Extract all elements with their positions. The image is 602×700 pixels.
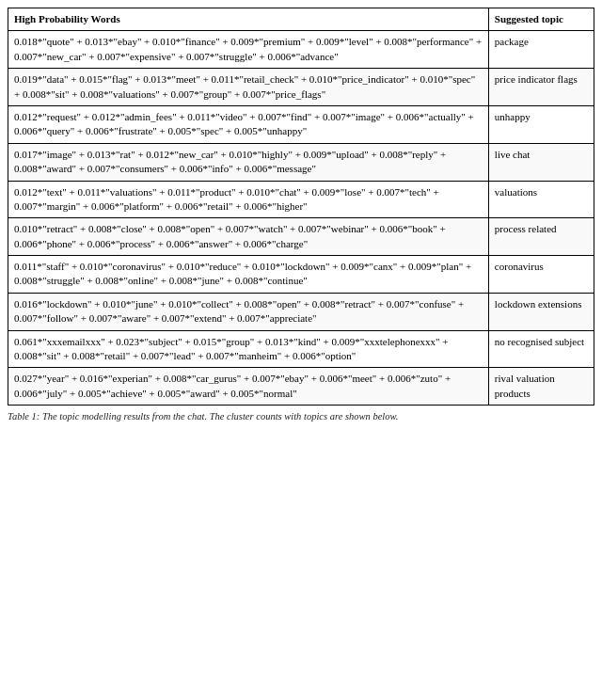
topic-cell: live chat	[488, 143, 594, 181]
words-cell: 0.012*"request" + 0.012*"admin_fees" + 0…	[8, 105, 489, 143]
table-row: 0.017*"image" + 0.013*"rat" + 0.012*"new…	[8, 143, 594, 181]
topic-cell: coronavirus	[488, 256, 594, 294]
table-caption: Table 1: The topic modelling results fro…	[8, 411, 594, 422]
words-cell: 0.011*"staff" + 0.010*"coronavirus" + 0.…	[8, 256, 489, 294]
words-cell: 0.018*"quote" + 0.013*"ebay" + 0.010*"fi…	[8, 31, 489, 69]
table-row: 0.010*"retract" + 0.008*"close" + 0.008*…	[8, 218, 594, 256]
table-row: 0.016*"lockdown" + 0.010*"june" + 0.010*…	[8, 293, 594, 330]
words-cell: 0.012*"text" + 0.011*"valuations" + 0.01…	[8, 181, 489, 218]
topic-cell: lockdown extensions	[488, 293, 594, 330]
table-row: 0.011*"staff" + 0.010*"coronavirus" + 0.…	[8, 256, 594, 294]
topic-cell: valuations	[488, 181, 594, 218]
topic-cell: process related	[488, 218, 594, 256]
words-cell: 0.019*"data" + 0.015*"flag" + 0.013*"mee…	[8, 69, 489, 106]
words-cell: 0.027*"year" + 0.016*"experian" + 0.008*…	[8, 368, 489, 406]
topic-cell: package	[488, 31, 594, 69]
table-row: 0.019*"data" + 0.015*"flag" + 0.013*"mee…	[8, 69, 594, 106]
header-words: High Probability Words	[8, 8, 489, 31]
topics-table: High Probability Words Suggested topic 0…	[8, 8, 594, 406]
words-cell: 0.016*"lockdown" + 0.010*"june" + 0.010*…	[8, 293, 489, 330]
header-topic: Suggested topic	[488, 8, 594, 31]
topic-cell: price indicator flags	[488, 69, 594, 106]
topic-cell: unhappy	[488, 105, 594, 143]
words-cell: 0.061*"xxxemailxxx" + 0.023*"subject" + …	[8, 330, 489, 368]
topic-cell: rival valuation products	[488, 368, 594, 406]
words-cell: 0.010*"retract" + 0.008*"close" + 0.008*…	[8, 218, 489, 256]
words-cell: 0.017*"image" + 0.013*"rat" + 0.012*"new…	[8, 143, 489, 181]
table-row: 0.012*"text" + 0.011*"valuations" + 0.01…	[8, 181, 594, 218]
table-row: 0.012*"request" + 0.012*"admin_fees" + 0…	[8, 105, 594, 143]
topic-cell: no recognised subject	[488, 330, 594, 368]
table-row: 0.027*"year" + 0.016*"experian" + 0.008*…	[8, 368, 594, 406]
table-row: 0.018*"quote" + 0.013*"ebay" + 0.010*"fi…	[8, 31, 594, 69]
table-row: 0.061*"xxxemailxxx" + 0.023*"subject" + …	[8, 330, 594, 368]
